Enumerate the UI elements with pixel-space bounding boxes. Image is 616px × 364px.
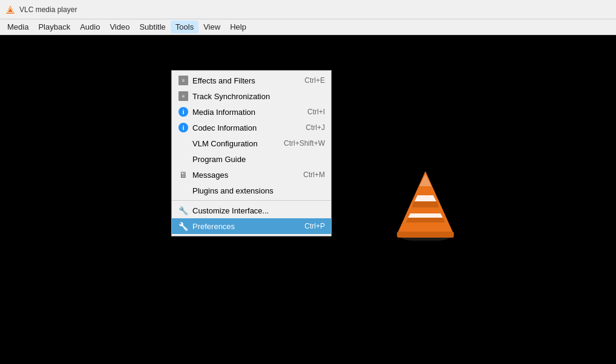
menu-item-media-info[interactable]: i Media Information Ctrl+I [172,104,331,120]
preferences-label: Preferences [192,222,301,231]
menu-media[interactable]: Media [2,21,33,33]
eq-icon-2: ≡ [178,91,189,102]
svg-marker-9 [405,218,445,223]
codec-info-label: Codec Information [192,123,302,132]
menu-audio[interactable]: Audio [75,21,105,33]
wrench-icon-2: 🔧 [178,221,189,232]
menu-item-effects-filters[interactable]: ≡ Effects and Filters Ctrl+E [172,73,331,88]
menu-playback[interactable]: Playback [33,21,75,33]
svg-rect-10 [397,232,454,238]
menu-separator [172,200,331,201]
monitor-icon: 🖥 [178,169,189,180]
effects-filters-label: Effects and Filters [192,76,301,85]
info-icon-2: i [178,122,189,133]
media-info-label: Media Information [192,108,304,117]
title-bar: VLC media player [0,0,616,19]
vlc-icon [5,4,16,15]
menu-subtitle[interactable]: Subtitle [134,21,170,33]
program-guide-label: Program Guide [192,155,321,164]
menu-view[interactable]: View [198,21,225,33]
menu-item-preferences[interactable]: 🔧 Preferences Ctrl+P [172,218,331,234]
track-sync-label: Track Synchronization [192,92,321,101]
menu-item-plugins[interactable]: Plugins and extensions [172,183,331,198]
main-content: ≡ Effects and Filters Ctrl+E ≡ Track Syn… [0,35,616,364]
window-title: VLC media player [19,5,77,14]
eq-icon-1: ≡ [178,75,189,86]
menu-item-program-guide[interactable]: Program Guide [172,151,331,167]
menu-item-track-sync[interactable]: ≡ Track Synchronization [172,88,331,104]
menu-item-messages[interactable]: 🖥 Messages Ctrl+M [172,167,331,183]
vlm-icon [178,138,189,149]
vlm-config-label: VLM Configuration [192,139,280,148]
media-info-shortcut: Ctrl+I [307,108,325,116]
svg-marker-11 [419,174,431,186]
menu-item-codec-info[interactable]: i Codec Information Ctrl+J [172,120,331,135]
preferences-shortcut: Ctrl+P [304,222,325,230]
codec-info-shortcut: Ctrl+J [306,123,325,132]
plugins-icon [178,185,189,196]
plugins-label: Plugins and extensions [192,186,321,195]
messages-label: Messages [192,171,300,180]
menu-item-customize[interactable]: 🔧 Customize Interface... [172,203,331,218]
effects-filters-shortcut: Ctrl+E [304,76,325,85]
info-icon-1: i [178,106,189,117]
svg-marker-8 [411,201,439,207]
tools-dropdown-menu: ≡ Effects and Filters Ctrl+E ≡ Track Syn… [171,70,332,236]
menu-item-vlm-config[interactable]: VLM Configuration Ctrl+Shift+W [172,135,331,151]
menu-help[interactable]: Help [225,21,251,33]
vlm-config-shortcut: Ctrl+Shift+W [284,139,325,148]
wrench-icon-1: 🔧 [178,205,189,216]
menu-tools[interactable]: Tools [171,21,198,33]
vlc-cone [392,168,459,242]
messages-shortcut: Ctrl+M [303,171,325,179]
customize-label: Customize Interface... [192,206,321,215]
menu-bar: Media Playback Audio Video Subtitle Tool… [0,19,616,35]
program-guide-icon [178,154,189,164]
menu-video[interactable]: Video [105,21,134,33]
